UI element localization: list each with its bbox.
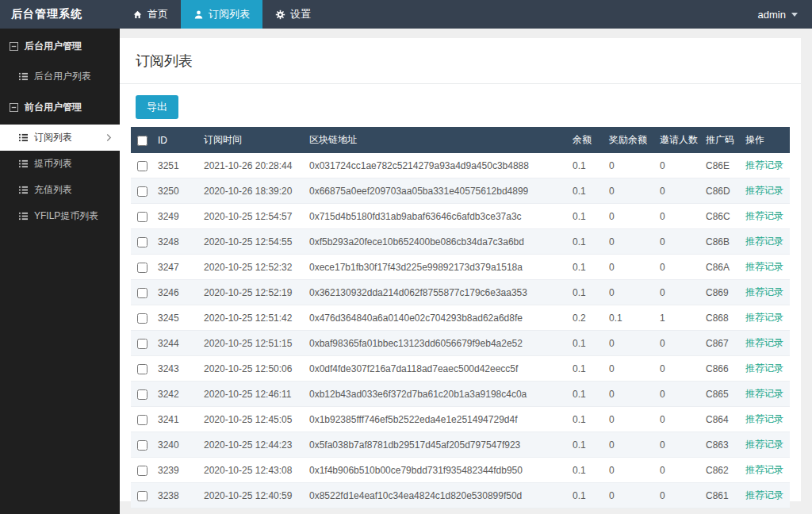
chevron-right-icon (106, 133, 112, 142)
main-content: 订阅列表 导出 ID 订阅时间 区块链地址 余额 奖励余额 邀请人数 推广码 操… (120, 29, 812, 514)
row-checkbox[interactable] (137, 491, 147, 501)
referral-record-link[interactable]: 推荐记录 (745, 439, 783, 450)
cell-balance: 0.1 (568, 432, 604, 458)
row-checkbox[interactable] (137, 288, 147, 298)
row-checkbox[interactable] (137, 466, 147, 476)
cell-reward: 0 (604, 229, 655, 255)
row-checkbox[interactable] (137, 161, 147, 171)
cell-time: 2020-10-25 12:40:59 (199, 483, 304, 508)
row-checkbox[interactable] (137, 364, 147, 374)
cell-id: 3237 (153, 508, 199, 514)
cell-id: 3251 (153, 153, 199, 178)
export-button[interactable]: 导出 (136, 95, 178, 119)
referral-record-link[interactable]: 推荐记录 (745, 210, 783, 221)
cell-reward: 0 (604, 204, 655, 229)
row-checkbox[interactable] (137, 212, 147, 222)
cell-invites: 0 (655, 280, 701, 305)
cell-id: 3240 (153, 432, 199, 458)
top-navbar: 后台管理系统 首页 订阅列表 设置 a (0, 0, 812, 29)
collapse-icon (10, 42, 18, 51)
cell-invites: 0 (655, 508, 701, 514)
sidebar-group-frontend-users[interactable]: 前台用户管理 (0, 90, 120, 125)
cell-address: 0x1f4b906b510b00ce79bdd731f935482344fdb9… (304, 458, 568, 483)
cell-id: 3242 (153, 382, 199, 407)
cell-balance: 0.1 (568, 178, 604, 204)
table-row: 3239 2020-10-25 12:43:08 0x1f4b906b510b0… (131, 458, 790, 483)
referral-record-link[interactable]: 推荐记录 (745, 236, 783, 247)
nav-item-home[interactable]: 首页 (120, 0, 181, 29)
nav-item-settings[interactable]: 设置 (262, 0, 324, 29)
cell-time: 2020-10-26 18:39:20 (199, 178, 304, 204)
cell-id: 3249 (153, 204, 199, 229)
row-checkbox[interactable] (137, 263, 147, 273)
referral-record-link[interactable]: 推荐记录 (745, 261, 783, 272)
sidebar-item-withdraw-list[interactable]: 提币列表 (0, 151, 120, 177)
sidebar-item-yfilp-withdraw-list[interactable]: YFILP提币列表 (0, 203, 120, 229)
referral-record-link[interactable]: 推荐记录 (745, 362, 783, 374)
nav-item-label: 订阅列表 (209, 7, 250, 21)
referral-record-link[interactable]: 推荐记录 (745, 413, 783, 424)
nav-item-subscription-list[interactable]: 订阅列表 (181, 0, 262, 29)
cell-invites: 0 (655, 483, 701, 508)
table-row: 3251 2021-10-26 20:28:44 0x031724cc1ae78… (131, 153, 790, 178)
cell-balance: 0.1 (568, 204, 604, 229)
cell-invites: 0 (655, 407, 701, 432)
referral-record-link[interactable]: 推荐记录 (745, 286, 783, 297)
referral-record-link[interactable]: 推荐记录 (745, 489, 783, 501)
row-checkbox[interactable] (137, 339, 147, 349)
sidebar-group-backend-users[interactable]: 后台用户管理 (0, 29, 120, 63)
cell-address: 0x1b92385fff746ef5b2522eda4e1e251494729d… (304, 407, 568, 432)
cell-balance: 0.1 (568, 356, 604, 382)
cell-invites: 0 (655, 255, 701, 280)
referral-record-link[interactable]: 推荐记录 (745, 185, 783, 196)
cell-address: 0x031724cc1ae782c5214279a93a4d9a450c3b48… (304, 153, 568, 178)
cell-code: C864 (701, 407, 741, 432)
cell-reward: 0 (604, 153, 655, 178)
cell-invites: 0 (655, 331, 701, 356)
referral-record-link[interactable]: 推荐记录 (745, 337, 783, 348)
sidebar-item-recharge-list[interactable]: 充值列表 (0, 177, 120, 203)
row-checkbox[interactable] (137, 389, 147, 400)
cell-code: C862 (701, 458, 741, 483)
table-row: 3246 2020-10-25 12:52:19 0x362130932dda2… (131, 280, 790, 305)
referral-record-link[interactable]: 推荐记录 (745, 159, 783, 171)
cell-code: C865 (701, 382, 741, 407)
cell-time: 2020-10-25 12:51:15 (199, 331, 304, 356)
page-title: 订阅列表 (120, 38, 801, 84)
cell-reward: 0 (604, 458, 655, 483)
brand-title: 后台管理系统 (0, 0, 120, 29)
row-checkbox[interactable] (137, 440, 147, 451)
cell-address: 0x476d364840a6a0140e02c704293b8ad62a6d8f… (304, 305, 568, 331)
cell-address: 0x66875a0eef209703aa05ba331e40575612bd48… (304, 178, 568, 204)
row-checkbox[interactable] (137, 415, 147, 425)
cell-code: C863 (701, 432, 741, 458)
cell-address: 0xb12b43ad033e6f372d7ba61c20b1a3a9198c4c… (304, 382, 568, 407)
row-checkbox[interactable] (137, 313, 147, 324)
sidebar-item-backend-user-list[interactable]: 后台用户列表 (0, 63, 120, 90)
cell-balance: 0.2 (568, 305, 604, 331)
table-row: 3245 2020-10-25 12:51:42 0x476d364840a6a… (131, 305, 790, 331)
sidebar-group-label: 前台用户管理 (25, 101, 82, 114)
referral-record-link[interactable]: 推荐记录 (745, 464, 783, 475)
sidebar-item-subscription-list[interactable]: 订阅列表 (0, 125, 120, 151)
user-menu[interactable]: admin (744, 0, 812, 29)
cell-address: 0xa9cd737f144d124c686c17e72ebb5c7308596c… (304, 508, 568, 514)
cell-address: 0x8522fd1e4eaf10c34ea4824c1d820e530899f5… (304, 483, 568, 508)
cell-reward: 0 (604, 331, 655, 356)
row-checkbox[interactable] (137, 237, 147, 247)
header-time: 订阅时间 (199, 127, 304, 153)
table-body: 3251 2021-10-26 20:28:44 0x031724cc1ae78… (131, 153, 790, 514)
cell-id: 3248 (153, 229, 199, 255)
cell-address: 0x0df4fde307f216a7da118ad7eaec500d42eecc… (304, 356, 568, 382)
header-code: 推广码 (701, 127, 741, 153)
list-icon (19, 186, 28, 194)
referral-record-link[interactable]: 推荐记录 (745, 388, 783, 399)
table-header-row: ID 订阅时间 区块链地址 余额 奖励余额 邀请人数 推广码 操作 (131, 127, 790, 153)
row-checkbox[interactable] (137, 186, 147, 197)
table-row: 3241 2020-10-25 12:45:05 0x1b92385fff746… (131, 407, 790, 432)
select-all-checkbox[interactable] (137, 136, 147, 146)
referral-record-link[interactable]: 推荐记录 (745, 312, 783, 323)
caret-down-icon (791, 13, 798, 17)
cell-id: 3239 (153, 458, 199, 483)
cell-id: 3244 (153, 331, 199, 356)
